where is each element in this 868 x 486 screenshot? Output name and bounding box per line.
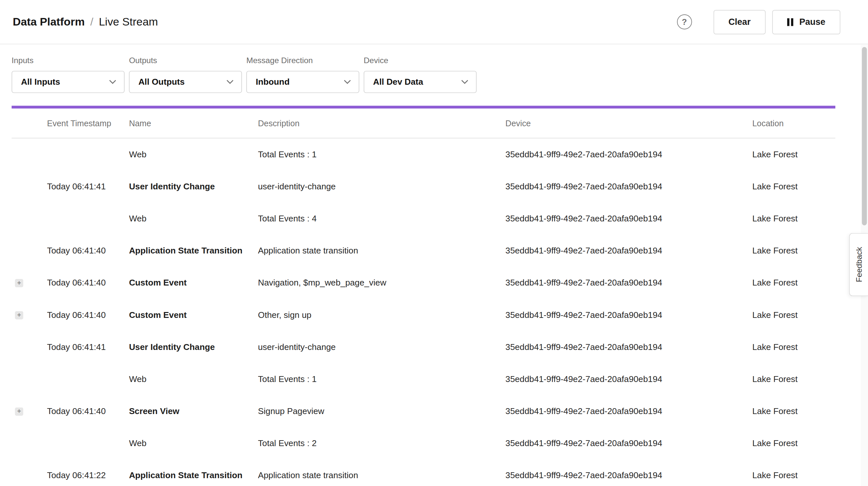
message-direction-filter-label: Message Direction (246, 56, 359, 65)
event-device-cell: 35eddb41-9ff9-49e2-7aed-20afa90eb194 (505, 374, 752, 384)
expand-cell: + (12, 150, 47, 159)
feedback-tab-label: Feedback (855, 247, 863, 282)
pause-button-label: Pause (799, 17, 826, 27)
expand-button[interactable]: + (15, 407, 23, 415)
stream-progress-bar (12, 105, 836, 108)
event-timestamp-cell: Today 06:41:40 (47, 246, 129, 256)
event-timestamp-cell: Today 06:41:40 (47, 406, 129, 416)
event-table: Event Timestamp Name Description Device … (12, 109, 836, 486)
filter-group-device: Device All Dev Data (364, 56, 476, 93)
table-row[interactable]: + Web Total Events : 1 35eddb41-9ff9-49e… (12, 363, 836, 395)
table-row[interactable]: + Today 06:41:40 Screen View Signup Page… (12, 395, 836, 427)
event-description-cell: user-identity-change (258, 182, 506, 191)
outputs-filter-label: Outputs (129, 56, 242, 65)
filter-group-message-direction: Message Direction Inbound (246, 56, 359, 93)
event-location-cell: Lake Forest (752, 182, 835, 191)
event-table-header: Event Timestamp Name Description Device … (12, 109, 836, 138)
event-timestamp-cell: Today 06:41:40 (47, 278, 129, 288)
table-row[interactable]: + Web Total Events : 4 35eddb41-9ff9-49e… (12, 203, 836, 235)
description-column-header: Description (258, 118, 506, 128)
expand-cell: + (12, 247, 47, 255)
event-name-cell: Application State Transition (129, 470, 258, 481)
event-timestamp-cell: Today 06:41:41 (47, 342, 129, 352)
table-row[interactable]: + Web Total Events : 2 35eddb41-9ff9-49e… (12, 427, 836, 459)
event-location-cell: Lake Forest (752, 470, 835, 481)
expand-cell: + (12, 182, 47, 191)
feedback-tab[interactable]: Feedback (849, 233, 868, 296)
chevron-down-icon (109, 80, 116, 84)
breadcrumb-separator: / (90, 16, 93, 28)
chevron-down-icon (226, 80, 234, 84)
device-filter-dropdown[interactable]: All Dev Data (364, 71, 476, 93)
event-location-cell: Lake Forest (752, 406, 835, 416)
event-device-cell: 35eddb41-9ff9-49e2-7aed-20afa90eb194 (505, 310, 752, 320)
expand-cell: + (12, 471, 47, 480)
event-device-cell: 35eddb41-9ff9-49e2-7aed-20afa90eb194 (505, 278, 752, 288)
event-name-cell: Web (129, 438, 258, 448)
table-row[interactable]: + Today 06:41:40 Custom Event Navigation… (12, 267, 836, 299)
expand-button[interactable]: + (15, 279, 23, 287)
breadcrumb-page-title: Live Stream (99, 16, 158, 28)
location-column-header: Location (752, 118, 835, 128)
expand-cell: + (12, 343, 47, 351)
inputs-filter-value: All Inputs (21, 77, 60, 87)
event-location-cell: Lake Forest (752, 278, 835, 288)
event-description-cell: Total Events : 4 (258, 214, 506, 223)
event-name-cell: Web (129, 374, 258, 384)
expand-cell: + (12, 439, 47, 447)
event-location-cell: Lake Forest (752, 246, 835, 256)
filter-group-inputs: Inputs All Inputs (12, 56, 125, 93)
table-row[interactable]: + Today 06:41:41 User Identity Change us… (12, 331, 836, 363)
event-timestamp-cell: Today 06:41:41 (47, 182, 129, 191)
clear-button[interactable]: Clear (713, 10, 765, 34)
pause-button[interactable]: Pause (772, 10, 840, 34)
chevron-down-icon (344, 80, 351, 84)
event-device-cell: 35eddb41-9ff9-49e2-7aed-20afa90eb194 (505, 406, 752, 416)
event-name-cell: Custom Event (129, 310, 258, 320)
table-row[interactable]: + Today 06:41:41 User Identity Change us… (12, 171, 836, 203)
event-description-cell: Navigation, $mp_web_page_view (258, 278, 506, 288)
table-row[interactable]: + Today 06:41:22 Application State Trans… (12, 459, 836, 486)
event-name-cell: Custom Event (129, 278, 258, 288)
event-description-cell: Other, sign up (258, 310, 506, 320)
top-bar: Data Platform / Live Stream ? Clear Paus… (0, 0, 868, 44)
event-location-cell: Lake Forest (752, 438, 835, 448)
event-description-cell: user-identity-change (258, 342, 506, 352)
expand-cell: + (12, 279, 47, 287)
event-device-cell: 35eddb41-9ff9-49e2-7aed-20afa90eb194 (505, 149, 752, 159)
table-row[interactable]: + Today 06:41:40 Application State Trans… (12, 235, 836, 267)
expand-button[interactable]: + (15, 311, 23, 319)
device-filter-value: All Dev Data (373, 77, 423, 87)
event-device-cell: 35eddb41-9ff9-49e2-7aed-20afa90eb194 (505, 182, 752, 191)
breadcrumb: Data Platform / Live Stream (13, 16, 158, 28)
event-name-cell: User Identity Change (129, 182, 258, 191)
event-location-cell: Lake Forest (752, 342, 835, 352)
table-row[interactable]: + Today 06:41:40 Custom Event Other, sig… (12, 299, 836, 331)
outputs-filter-value: All Outputs (138, 77, 184, 87)
outputs-filter-dropdown[interactable]: All Outputs (129, 71, 242, 93)
device-filter-label: Device (364, 56, 476, 65)
inputs-filter-dropdown[interactable]: All Inputs (12, 71, 125, 93)
event-name-cell: User Identity Change (129, 342, 258, 352)
event-timestamp-cell: Today 06:41:22 (47, 470, 129, 481)
message-direction-filter-dropdown[interactable]: Inbound (246, 71, 359, 93)
live-stream-page: Data Platform / Live Stream ? Clear Paus… (0, 0, 868, 486)
inputs-filter-label: Inputs (12, 56, 125, 65)
event-timestamp-cell: Today 06:41:40 (47, 310, 129, 320)
name-column-header: Name (129, 118, 258, 128)
expand-cell: + (12, 311, 47, 319)
event-device-cell: 35eddb41-9ff9-49e2-7aed-20afa90eb194 (505, 342, 752, 352)
chevron-down-icon (461, 80, 468, 84)
breadcrumb-section[interactable]: Data Platform (13, 16, 85, 28)
scrollbar-thumb[interactable] (862, 47, 867, 225)
help-icon[interactable]: ? (677, 14, 692, 29)
event-description-cell: Application state transition (258, 246, 506, 256)
table-row[interactable]: + Web Total Events : 1 35eddb41-9ff9-49e… (12, 138, 836, 171)
event-location-cell: Lake Forest (752, 374, 835, 384)
event-location-cell: Lake Forest (752, 310, 835, 320)
filter-group-outputs: Outputs All Outputs (129, 56, 242, 93)
event-device-cell: 35eddb41-9ff9-49e2-7aed-20afa90eb194 (505, 438, 752, 448)
event-description-cell: Total Events : 1 (258, 374, 506, 384)
expand-cell: + (12, 215, 47, 223)
event-name-cell: Web (129, 214, 258, 223)
